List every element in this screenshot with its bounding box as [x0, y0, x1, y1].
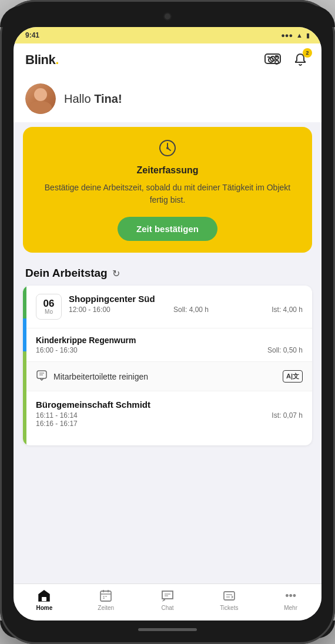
- zeiterfassung-title: Zeiterfassung: [35, 165, 300, 176]
- entry-time: 12:00 - 16:00: [69, 306, 110, 314]
- greeting-section: Hallo Tina!: [14, 75, 321, 122]
- signal-icon: ●●●: [281, 32, 293, 39]
- zeiterfassung-description: Bestätige deine Arbeitszeit, sobald du m…: [35, 182, 300, 206]
- clock-icon: [35, 139, 300, 162]
- home-indicator: [138, 628, 197, 631]
- svg-point-13: [166, 147, 169, 149]
- entry-ist: Ist: 4,00 h: [272, 306, 303, 314]
- entry-burogemeinschaft[interactable]: Bürogemeinschaft Schmidt 16:11 - 16:14 1…: [26, 391, 312, 436]
- workday-entries-col: 06 Mo Shoppingcenter Süd 12:00 - 16:00 S…: [26, 286, 312, 445]
- task-icon: [36, 369, 48, 384]
- header-icons: 2: [264, 51, 310, 69]
- date-badge: 06 Mo: [36, 294, 62, 320]
- entry-kinderkrippe[interactable]: Kinderkrippe Regenwurm 16:00 - 16:30 Sol…: [26, 328, 312, 362]
- status-time: 9:41: [25, 31, 39, 39]
- entry-meta: 12:00 - 16:00 Soll: 4,00 h Ist: 4,00 h: [69, 306, 303, 314]
- nav-item-tickets[interactable]: Tickets: [198, 589, 260, 611]
- status-icons: ●●● ▲ ▮: [281, 32, 310, 39]
- avatar: [25, 83, 56, 114]
- nav-label-tickets: Tickets: [220, 605, 238, 611]
- bottom-nav: Home Zeiten: [14, 583, 321, 620]
- greeting-prefix: Hallo: [64, 92, 94, 105]
- refresh-icon[interactable]: ↻: [112, 268, 120, 279]
- greeting-name: Tina!: [94, 92, 122, 105]
- section-title: Dein Arbeitstag: [25, 267, 108, 280]
- main-content: Hallo Tina! Zeiterfassung Bestätige dein…: [14, 75, 321, 583]
- status-bar: 9:41 ●●● ▲ ▮: [14, 27, 321, 43]
- entry-soll: Soll: 4,00 h: [173, 306, 209, 314]
- nav-label-chat: Chat: [161, 605, 173, 611]
- section-header: Dein Arbeitstag ↻: [14, 262, 321, 286]
- extra-ist: Ist: 0,07 h: [272, 411, 303, 428]
- entry-shoppingcenter[interactable]: 06 Mo Shoppingcenter Süd 12:00 - 16:00 S…: [26, 286, 312, 328]
- entry-details: Shoppingcenter Süd 12:00 - 16:00 Soll: 4…: [69, 294, 303, 314]
- zeiterfassung-card: Zeiterfassung Bestätige deine Arbeitszei…: [23, 127, 312, 253]
- translate-badge[interactable]: A|文: [283, 370, 303, 383]
- settings-button[interactable]: [264, 51, 283, 69]
- app-header: Blink.: [14, 43, 321, 75]
- nav-label-zeiten: Zeiten: [98, 605, 114, 611]
- blink-logo: Blink.: [25, 52, 59, 68]
- avatar-image: [25, 83, 56, 114]
- sub-entry-name: Kinderkrippe Regenwurm: [36, 336, 303, 345]
- svg-rect-9: [276, 56, 278, 58]
- wifi-icon: ▲: [296, 32, 303, 39]
- nav-item-zeiten[interactable]: Zeiten: [75, 589, 137, 611]
- notification-button[interactable]: 2: [291, 51, 310, 69]
- battery-icon: ▮: [306, 32, 310, 39]
- date-day: 06: [43, 298, 55, 308]
- nav-label-home: Home: [36, 605, 53, 611]
- task-row[interactable]: Mitarbeitertoilette reinigen A|文: [26, 362, 312, 391]
- sub-entry-soll: Soll: 0,50 h: [267, 346, 303, 354]
- extra-time1: 16:11 - 16:14: [36, 411, 78, 420]
- extra-entry-details: Bürogemeinschaft Schmidt 16:11 - 16:14 1…: [36, 400, 303, 428]
- extra-entry-times: 16:11 - 16:14 16:16 - 16:17: [36, 411, 78, 428]
- svg-rect-27: [162, 591, 173, 599]
- confirm-time-button[interactable]: Zeit bestätigen: [118, 217, 217, 241]
- notification-badge: 2: [303, 48, 312, 58]
- nav-item-home[interactable]: Home: [14, 589, 75, 611]
- extra-entry-meta: 16:11 - 16:14 16:16 - 16:17 Ist: 0,07 h: [36, 411, 303, 428]
- task-name: Mitarbeitertoilette reinigen: [53, 372, 148, 381]
- svg-rect-28: [224, 592, 235, 600]
- nav-item-chat[interactable]: Chat: [137, 589, 199, 611]
- greeting-text: Hallo Tina!: [64, 92, 122, 106]
- task-left: Mitarbeitertoilette reinigen: [36, 369, 148, 384]
- nav-label-mehr: Mehr: [284, 605, 297, 611]
- sub-entry-meta: 16:00 - 16:30 Soll: 0,50 h: [36, 346, 303, 354]
- camera-notch: [163, 12, 172, 21]
- extra-time2: 16:16 - 16:17: [36, 420, 78, 428]
- svg-rect-17: [42, 597, 46, 601]
- entry-name: Shoppingcenter Süd: [69, 294, 303, 304]
- svg-point-7: [272, 58, 274, 60]
- date-weekday: Mo: [45, 308, 53, 315]
- workday-card: 06 Mo Shoppingcenter Süd 12:00 - 16:00 S…: [23, 286, 312, 445]
- svg-rect-8: [267, 56, 270, 58]
- nav-item-mehr[interactable]: ••• Mehr: [260, 589, 321, 611]
- sub-entry-time: 16:00 - 16:30: [36, 346, 78, 354]
- extra-entry-name: Bürogemeinschaft Schmidt: [36, 400, 303, 410]
- logo-dot: .: [55, 52, 59, 67]
